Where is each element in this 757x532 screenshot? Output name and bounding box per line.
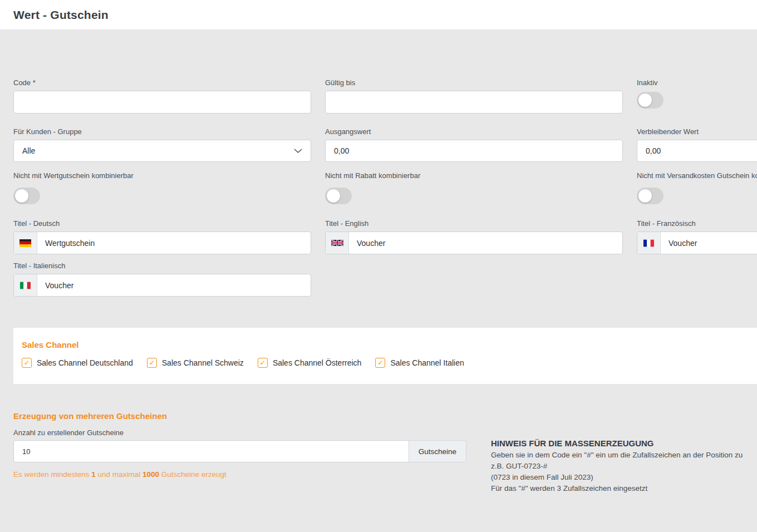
not-with-shipping-voucher-label: Nicht mit Versandkosten Gutschein kombin…: [637, 171, 757, 180]
notice-line: z.B. GUT-0723-#: [491, 461, 743, 472]
page-title: Wert - Gutschein: [13, 8, 109, 22]
hint-min-value: 1: [91, 470, 96, 479]
inactive-label: Inaktiv: [637, 78, 757, 87]
toggle-knob: [15, 189, 28, 203]
sales-channel-card: Sales Channel ✓ Sales Channel Deutschlan…: [13, 328, 757, 384]
notice-title: HINWEIS FÜR DIE MASSENERZEUGUNG: [491, 439, 743, 448]
not-with-discount-label: Nicht mit Rabatt kombinierbar: [325, 171, 623, 180]
customer-group-label: Für Kunden - Gruppe: [13, 127, 311, 136]
valid-until-label: Gültig bis: [325, 78, 623, 87]
german-flag-icon: [14, 232, 37, 254]
form-grid: Code * Gültig bis Inaktiv Für Kunden - G…: [13, 78, 757, 297]
checkbox-check-icon: ✓: [375, 358, 385, 368]
initial-value-input[interactable]: [325, 140, 623, 162]
code-field-group: Code *: [13, 78, 311, 114]
checkbox-label: Sales Channel Österreich: [273, 358, 362, 367]
uk-flag-icon: [326, 232, 349, 254]
checkbox-check-icon: ✓: [22, 358, 32, 368]
notice-line: (0723 in diesem Fall Juli 2023): [491, 472, 743, 483]
notice-line: Geben sie in dem Code ein "#" ein um die…: [491, 450, 743, 461]
checkbox-check-icon: ✓: [147, 358, 157, 368]
checkbox-label: Sales Channel Deutschland: [37, 358, 133, 367]
generate-vouchers-button[interactable]: Gutscheine: [409, 440, 466, 462]
toggle-knob: [638, 93, 652, 107]
toggle-knob: [327, 189, 340, 203]
valid-until-field-group: Gültig bis: [325, 78, 623, 114]
mass-generation-notice: HINWEIS FÜR DIE MASSENERZEUGUNG Geben si…: [491, 439, 743, 494]
code-input[interactable]: [13, 91, 311, 114]
not-with-value-voucher-group: Nicht mit Wertgutschein kombinierbar: [13, 171, 311, 204]
voucher-form: Code * Gültig bis Inaktiv Für Kunden - G…: [0, 78, 757, 494]
not-with-shipping-voucher-toggle[interactable]: [637, 188, 663, 204]
checkbox-label: Sales Channel Schweiz: [162, 358, 244, 367]
bulk-generation-heading: Erzeugung von mehreren Gutscheinen: [13, 411, 466, 421]
title-italian-input[interactable]: [37, 274, 311, 296]
not-with-shipping-voucher-group: Nicht mit Versandkosten Gutschein kombin…: [637, 171, 757, 204]
toggle-knob: [638, 189, 652, 203]
remaining-value-label: Verbleibender Wert: [637, 127, 757, 136]
notice-line: Für das "#" werden 3 Zufallszeichen eing…: [491, 483, 743, 494]
amount-input-group: Gutscheine: [13, 440, 466, 462]
amount-input[interactable]: [13, 440, 409, 462]
title-english-label: Titel - English: [325, 219, 623, 228]
checkbox-check-icon: ✓: [258, 358, 268, 368]
not-with-discount-toggle[interactable]: [325, 188, 352, 204]
title-french-field-group: Titel - Französisch: [637, 219, 757, 254]
initial-value-label: Ausgangswert: [325, 127, 623, 136]
customer-group-selected-value: Alle: [22, 146, 35, 155]
title-french-label: Titel - Französisch: [637, 219, 757, 228]
customer-group-select[interactable]: Alle: [13, 140, 311, 162]
sales-channel-heading: Sales Channel: [22, 340, 757, 349]
inactive-toggle[interactable]: [637, 92, 663, 109]
hint-max-value: 1000: [142, 470, 159, 479]
code-label: Code *: [13, 78, 311, 87]
valid-until-input[interactable]: [325, 91, 623, 114]
french-flag-icon: [637, 232, 661, 254]
not-with-value-voucher-label: Nicht mit Wertgutschein kombinierbar: [13, 171, 311, 180]
remaining-value-field-group: Verbleibender Wert: [637, 127, 757, 162]
bulk-generation-section: Erzeugung von mehreren Gutscheinen Anzah…: [13, 411, 757, 494]
checkbox-label: Sales Channel Italien: [390, 358, 464, 367]
customer-group-field-group: Für Kunden - Gruppe Alle: [13, 127, 311, 162]
sales-channel-checkbox-deutschland[interactable]: ✓ Sales Channel Deutschland: [22, 358, 133, 368]
sales-channel-checkbox-oesterreich[interactable]: ✓ Sales Channel Österreich: [258, 358, 362, 368]
bulk-generation-form: Erzeugung von mehreren Gutscheinen Anzah…: [13, 411, 466, 494]
amount-label: Anzahl zu erstellender Gutscheine: [13, 428, 466, 437]
italian-flag-icon: [14, 274, 37, 296]
title-italian-field-group: Titel - Italienisch: [13, 262, 311, 297]
hint-text: Gutscheine erzeugt: [159, 470, 227, 479]
not-with-value-voucher-toggle[interactable]: [13, 188, 40, 204]
hint-text: und maximal: [96, 470, 142, 479]
sales-channel-checkbox-schweiz[interactable]: ✓ Sales Channel Schweiz: [147, 358, 244, 368]
sales-channel-checkbox-italien[interactable]: ✓ Sales Channel Italien: [375, 358, 464, 368]
title-italian-label: Titel - Italienisch: [13, 262, 311, 270]
title-german-label: Titel - Deutsch: [13, 219, 311, 228]
sales-channel-options: ✓ Sales Channel Deutschland ✓ Sales Chan…: [22, 358, 757, 368]
title-french-input[interactable]: [661, 232, 757, 254]
amount-range-hint: Es werden mindestens 1 und maximal 1000 …: [13, 470, 466, 479]
page-header: Wert - Gutschein: [0, 0, 757, 30]
hint-text: Es werden mindestens: [13, 470, 91, 479]
title-english-input[interactable]: [349, 232, 622, 254]
title-german-field-group: Titel - Deutsch: [13, 219, 311, 254]
title-german-input[interactable]: [37, 232, 311, 254]
inactive-field-group: Inaktiv: [637, 78, 757, 114]
remaining-value-input[interactable]: [637, 140, 757, 162]
not-with-discount-group: Nicht mit Rabatt kombinierbar: [325, 171, 623, 204]
initial-value-field-group: Ausgangswert: [325, 127, 623, 162]
chevron-down-icon: [294, 149, 302, 154]
title-english-field-group: Titel - English: [325, 219, 623, 254]
